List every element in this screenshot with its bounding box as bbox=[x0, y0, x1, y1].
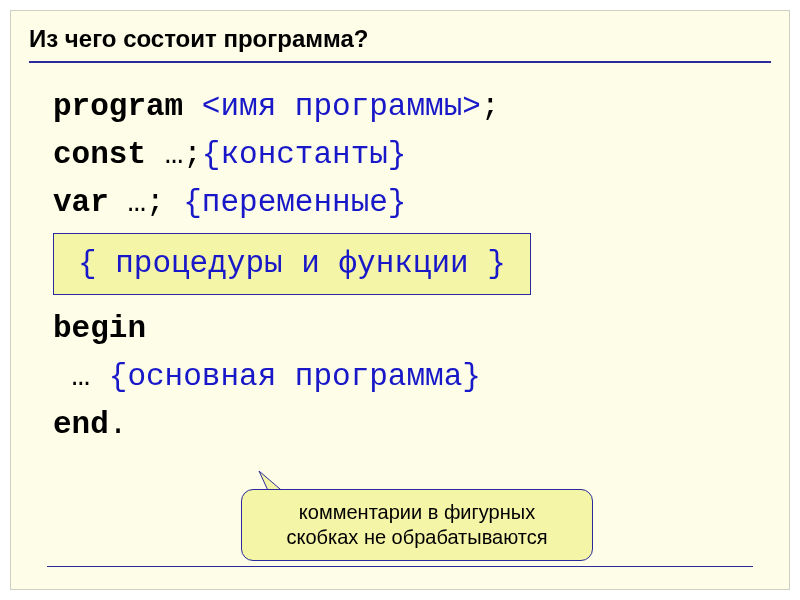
keyword-var: var bbox=[53, 185, 127, 220]
placeholder-program-name: <имя программы> bbox=[202, 89, 481, 124]
keyword-begin: begin bbox=[53, 311, 146, 346]
code-line-main: … {основная программа} bbox=[53, 353, 771, 401]
keyword-end: end bbox=[53, 407, 109, 442]
procedures-text: { процедуры и функции } bbox=[53, 233, 531, 295]
comment-const: {константы} bbox=[202, 137, 407, 172]
keyword-const: const bbox=[53, 137, 165, 172]
slide-container: Из чего состоит программа? program <имя … bbox=[10, 10, 790, 590]
code-line-begin: begin bbox=[53, 305, 771, 353]
code-line-program: program <имя программы>; bbox=[53, 83, 771, 131]
code-line-const: const …;{константы} bbox=[53, 131, 771, 179]
comment-var: {переменные} bbox=[183, 185, 406, 220]
code-block: program <имя программы>; const …;{конста… bbox=[11, 63, 789, 449]
const-tail: …; bbox=[165, 137, 202, 172]
callout-line-1: комментарии в фигурных bbox=[256, 500, 578, 525]
slide-title: Из чего состоит программа? bbox=[29, 25, 368, 52]
code-line-end: end. bbox=[53, 401, 771, 449]
bottom-rule bbox=[47, 566, 753, 567]
callout-line-2: скобках не обрабатываются bbox=[256, 525, 578, 550]
main-ellipsis: … bbox=[53, 359, 109, 394]
callout-box: комментарии в фигурных скобках не обраба… bbox=[241, 489, 593, 561]
procedures-highlight-box: { процедуры и функции } bbox=[53, 227, 771, 305]
semicolon: ; bbox=[481, 89, 500, 124]
var-tail: …; bbox=[127, 185, 183, 220]
keyword-program: program bbox=[53, 89, 202, 124]
code-line-var: var …; {переменные} bbox=[53, 179, 771, 227]
end-dot: . bbox=[109, 407, 128, 442]
comment-main: {основная программа} bbox=[109, 359, 481, 394]
title-row: Из чего состоит программа? bbox=[11, 11, 789, 61]
